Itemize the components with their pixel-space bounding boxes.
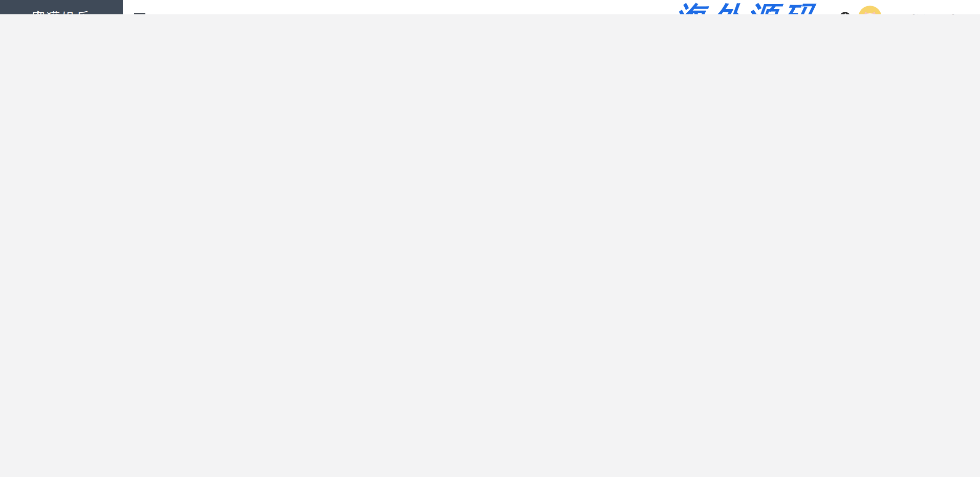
topbar: admin【超级管理员】: [123, 0, 980, 14]
sidebar: 蜜獾娱乐 首页数据统计财务管理超管管理会员管理彩票管理视频管理视频分类视频列表选…: [0, 0, 123, 14]
theme-palette-icon[interactable]: [839, 11, 851, 15]
username[interactable]: admin【超级管理员】: [889, 10, 959, 15]
menu-toggle-icon[interactable]: [134, 13, 145, 14]
topbar-user-area: admin【超级管理员】: [839, 6, 969, 15]
page: 蜜獾娱乐 首页数据统计财务管理超管管理会员管理彩票管理视频管理视频分类视频列表选…: [0, 0, 980, 14]
avatar[interactable]: [858, 6, 882, 15]
app-logo: 蜜獾娱乐: [0, 0, 123, 14]
